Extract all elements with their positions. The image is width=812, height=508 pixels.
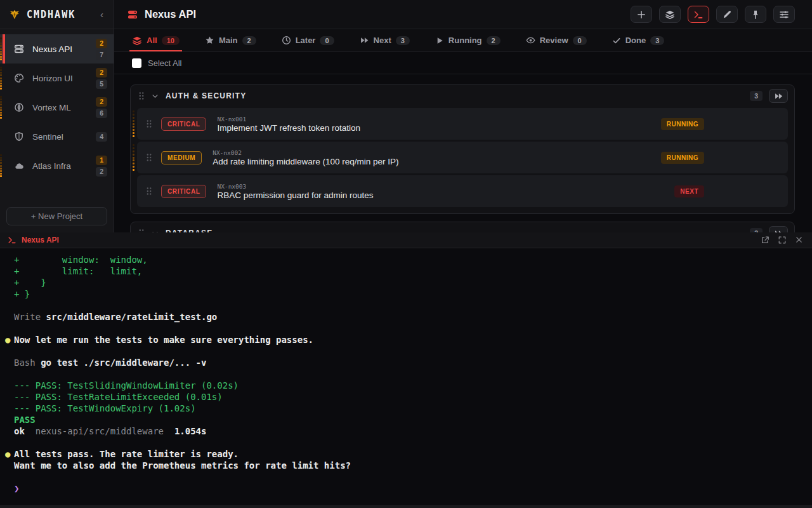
- palette-icon: [14, 73, 25, 83]
- clock-icon: [282, 36, 291, 45]
- section-tasks: CRITICALNX-nx001Implement JWT refresh to…: [131, 107, 794, 213]
- terminal-line: Bash go test ./src/middleware/... -v: [14, 357, 799, 368]
- terminal-line: ●Now let me run the tests to make sure e…: [14, 334, 799, 345]
- run-all-button[interactable]: [769, 226, 788, 232]
- sidebar-item-horizon-ui[interactable]: Horizon UI25: [0, 64, 114, 93]
- shield-icon: [14, 131, 25, 142]
- tab-bar: All10Main2Later0Next3Running2Review0Done…: [114, 29, 812, 52]
- chevron-down-icon[interactable]: [151, 92, 159, 100]
- plus-button[interactable]: [631, 6, 652, 23]
- terminal-line: PASS: [14, 414, 799, 425]
- open-external-icon[interactable]: [761, 236, 769, 244]
- sidebar-item-vortex-ml[interactable]: Vortex ML26: [0, 93, 114, 122]
- task-row-nx-nx003[interactable]: CRITICALNX-nx003RBAC permission guard fo…: [137, 175, 788, 207]
- activity-dashes: [0, 96, 3, 119]
- tab-review[interactable]: Review0: [526, 29, 587, 51]
- activity-dashes: [133, 110, 135, 137]
- activity-dashes: [133, 144, 135, 171]
- drag-handle-icon[interactable]: [146, 187, 152, 196]
- tab-main[interactable]: Main2: [205, 29, 256, 51]
- tab-all[interactable]: All10: [132, 29, 180, 51]
- run-all-button[interactable]: [769, 89, 788, 103]
- sidebar-item-sentinel[interactable]: Sentinel4: [0, 122, 114, 151]
- sliders-button[interactable]: [773, 6, 795, 23]
- tab-running[interactable]: Running2: [435, 29, 501, 51]
- new-project-button[interactable]: + New Project: [6, 207, 107, 225]
- tab-count-badge: 0: [573, 36, 587, 45]
- select-all-row: Select All: [114, 52, 812, 74]
- task-title: RBAC permission guard for admin routes: [217, 190, 373, 200]
- tab-next[interactable]: Next3: [360, 29, 410, 51]
- pin-button[interactable]: [745, 6, 766, 23]
- close-icon[interactable]: [795, 236, 803, 244]
- terminal-icon: [693, 10, 704, 20]
- task-id: NX-nx003: [217, 183, 373, 190]
- section-count-badge: 3: [750, 91, 763, 101]
- section-count-badge: 3: [750, 228, 763, 232]
- app-logo-text: CMDHAWK: [27, 9, 98, 20]
- layers-icon: [132, 36, 142, 46]
- tab-count-badge: 3: [396, 36, 410, 45]
- attention-count-badge: 2: [96, 97, 107, 107]
- sidebar-collapse-button[interactable]: ‹: [98, 9, 106, 20]
- terminal-line: [14, 300, 799, 311]
- task-id: NX-nx001: [217, 116, 360, 123]
- bottom-edge: [0, 505, 812, 508]
- check-icon: [612, 36, 621, 45]
- tab-label: Later: [296, 36, 316, 45]
- drag-handle-icon[interactable]: [138, 91, 145, 100]
- project-label: Sentinel: [32, 132, 96, 142]
- task-row-nx-nx001[interactable]: CRITICALNX-nx001Implement JWT refresh to…: [137, 108, 788, 140]
- main-header: Nexus API: [114, 0, 812, 29]
- eye-icon: [526, 36, 535, 45]
- layers-button[interactable]: [659, 6, 681, 23]
- terminal-line: [14, 345, 799, 357]
- tab-later[interactable]: Later0: [282, 29, 334, 51]
- select-all-checkbox[interactable]: [132, 58, 141, 68]
- project-label: Vortex ML: [32, 103, 96, 112]
- star-icon: [205, 36, 214, 45]
- priority-badge: MEDIUM: [161, 151, 202, 164]
- fullscreen-icon[interactable]: [778, 236, 787, 244]
- plus-icon: [636, 10, 646, 20]
- task-count-badge: 6: [96, 109, 107, 118]
- terminal-line: + }: [14, 277, 799, 288]
- terminal-output[interactable]: + window: window,+ limit: limit,+ }+ }Wr…: [0, 248, 812, 494]
- terminal-title: Nexus API: [22, 236, 761, 244]
- pencil-button[interactable]: [716, 6, 738, 23]
- layers-icon: [665, 10, 675, 20]
- task-id: NX-nx002: [213, 149, 398, 156]
- sidebar-item-atlas-infra[interactable]: Atlas Infra12: [0, 151, 114, 180]
- attention-count-badge: 2: [96, 39, 107, 48]
- task-count-badge: 7: [96, 50, 107, 60]
- forward-icon: [360, 36, 369, 45]
- terminal-line: [14, 368, 799, 380]
- play-icon: [435, 36, 444, 45]
- terminal-button[interactable]: [688, 6, 709, 23]
- activity-dashes: [0, 154, 3, 177]
- sliders-icon: [779, 10, 789, 20]
- pencil-icon: [722, 10, 732, 20]
- terminal-line: ok nexus-api/src/middleware 1.054s: [14, 425, 799, 437]
- active-project-indicator: [3, 34, 5, 64]
- status-badge: RUNNING: [661, 152, 704, 164]
- section-database: DATABASE3: [130, 222, 795, 232]
- terminal-line: + window: window,: [14, 254, 799, 265]
- task-count-badge: 5: [96, 79, 107, 89]
- tab-done[interactable]: Done3: [612, 29, 665, 51]
- terminal-line: [14, 471, 799, 483]
- terminal-line: [14, 323, 799, 334]
- project-list: Nexus API27Horizon UI25Vortex ML26Sentin…: [0, 29, 114, 180]
- drag-handle-icon[interactable]: [146, 119, 152, 128]
- drag-handle-icon[interactable]: [146, 153, 152, 162]
- page-title: Nexus API: [145, 8, 631, 20]
- task-board: AUTH & SECURITY3CRITICALNX-nx001Implemen…: [114, 74, 812, 232]
- tab-label: Review: [540, 36, 568, 45]
- priority-badge: CRITICAL: [161, 185, 206, 198]
- sidebar: CMDHAWK ‹ Nexus API27Horizon UI25Vortex …: [0, 0, 114, 232]
- attention-count-badge: 1: [96, 156, 107, 165]
- sidebar-item-nexus-api[interactable]: Nexus API27: [0, 34, 114, 64]
- terminal-panel: Nexus API + window: window,+ limit: lim: [0, 232, 812, 505]
- task-row-nx-nx002[interactable]: MEDIUMNX-nx002Add rate limiting middlewa…: [137, 142, 788, 173]
- hawk-logo-icon: [8, 8, 22, 22]
